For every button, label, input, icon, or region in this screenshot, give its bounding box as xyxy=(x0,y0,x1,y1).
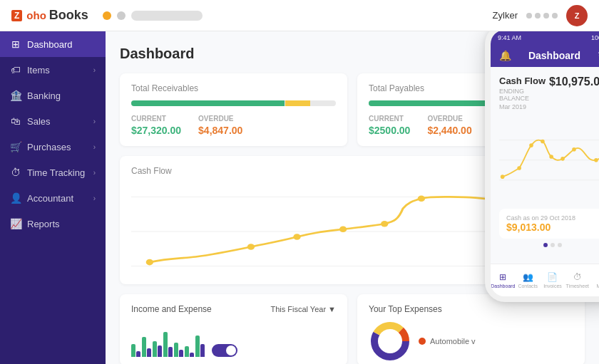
topbar-right: Zylker Z xyxy=(493,5,588,26)
income-expense-chart xyxy=(131,320,336,357)
phone-dot-2 xyxy=(558,243,562,247)
sales-icon: 🛍 xyxy=(10,115,21,127)
sidebar-label-time-tracking: Time Tracking xyxy=(27,167,88,178)
receivables-current-label: CURRENT xyxy=(131,115,181,123)
svg-point-21 xyxy=(549,155,553,159)
receivables-yellow-bar xyxy=(285,100,309,106)
phone-status-bar: 9:41 AM 100% xyxy=(491,31,599,46)
svg-point-18 xyxy=(517,166,521,170)
phone-nav: 🔔 Dashboard ↻ xyxy=(491,46,599,67)
phone-tab-more[interactable]: ··· More xyxy=(590,272,599,288)
logo-zoho: oho xyxy=(26,9,46,21)
accountant-icon: 👤 xyxy=(10,192,21,204)
bar-g xyxy=(163,332,168,357)
content-area: Dashboard Total Receivables CURRENT $27,… xyxy=(106,31,599,364)
payables-current-amount: $2500.00 xyxy=(369,125,410,136)
bar-group-4 xyxy=(163,332,173,357)
time-tracking-arrow: › xyxy=(93,169,96,177)
phone-card-info: Cash Flow ENDING BALANCE Mar 2019 xyxy=(499,76,549,112)
phone-bottom-info: Cash as on 29 Oct 2018 $9,013.00 xyxy=(499,209,599,239)
phone-body: 9:41 AM 100% 🔔 Dashboard ↻ Cash Flow END… xyxy=(491,31,599,296)
topbar-yellow-dot xyxy=(103,11,111,20)
bar-p xyxy=(190,353,194,357)
purchases-icon: 🛒 xyxy=(10,141,21,152)
svg-point-24 xyxy=(594,158,598,162)
phone-battery: 100% xyxy=(591,34,599,41)
phone-tab-invoices-label: Invoices xyxy=(543,284,562,288)
sidebar-label-items: Items xyxy=(27,65,88,76)
phone-tab-timesheet-icon: ⏱ xyxy=(573,272,582,282)
topbar-gray-dot xyxy=(117,11,126,20)
expenses-donut-chart xyxy=(369,320,411,363)
phone-chart-area xyxy=(499,118,599,203)
phone-tab-timesheet[interactable]: ⏱ Timesheet xyxy=(565,272,590,288)
sidebar-item-dashboard[interactable]: ⊞ Dashboard xyxy=(0,31,106,57)
phone-tab-contacts-icon: 👥 xyxy=(523,272,533,282)
top-expenses-title: Your Top Expenses xyxy=(369,304,442,314)
sidebar-item-purchases[interactable]: 🛒 Purchases › xyxy=(0,134,106,160)
receivables-progress xyxy=(131,100,336,106)
toggle-dot xyxy=(226,345,236,355)
svg-point-6 xyxy=(339,226,347,232)
sidebar-label-banking: Banking xyxy=(27,90,96,101)
logo-z-icon: Z xyxy=(11,10,22,21)
bar-g xyxy=(185,346,189,357)
topbar: Z oho Books Zylker Z xyxy=(0,0,599,31)
accountant-arrow: › xyxy=(93,194,96,202)
receivables-green-bar xyxy=(131,100,285,106)
sidebar-item-sales[interactable]: 🛍 Sales › xyxy=(0,108,106,134)
phone-bottom-label: Cash as on 29 Oct 2018 xyxy=(506,214,599,222)
bar-g xyxy=(195,336,200,357)
phone-dot-active xyxy=(543,243,548,247)
phone-card-header: Cash Flow ENDING BALANCE Mar 2019 $10,97… xyxy=(499,76,599,112)
user-name: Zylker xyxy=(493,10,518,21)
phone-tab-invoices[interactable]: 📄 Invoices xyxy=(541,272,565,288)
bottom-cards-row: Income and Expense This Fiscal Year ▼ xyxy=(120,294,585,364)
sidebar-item-time-tracking[interactable]: ⏱ Time Tracking › xyxy=(0,160,106,185)
svg-point-7 xyxy=(381,221,388,227)
banking-icon: 🏦 xyxy=(10,90,21,101)
phone-dots-indicator xyxy=(499,243,599,247)
main-layout: ⊞ Dashboard 🏷 Items › 🏦 Banking 🛍 Sales … xyxy=(0,31,599,364)
phone-tab-bar: ⊞ Dashboard 👥 Contacts 📄 Invoices ⏱ Time… xyxy=(491,264,599,296)
topbar-dots xyxy=(526,13,558,19)
income-expense-title: Income and Expense xyxy=(131,304,212,314)
avatar[interactable]: Z xyxy=(566,5,588,26)
phone-content: Cash Flow ENDING BALANCE Mar 2019 $10,97… xyxy=(491,67,599,264)
bar-p xyxy=(200,344,205,357)
sidebar-item-reports[interactable]: 📈 Reports xyxy=(0,211,106,236)
income-expense-header: Income and Expense This Fiscal Year ▼ xyxy=(131,304,336,314)
receivables-overdue: OVERDUE $4,847.00 xyxy=(198,115,242,136)
reports-icon: 📈 xyxy=(10,218,21,229)
phone-tab-more-label: More xyxy=(597,284,599,288)
phone-time: 9:41 AM xyxy=(498,34,521,41)
sidebar-item-items[interactable]: 🏷 Items › xyxy=(0,57,106,83)
receivables-overdue-label: OVERDUE xyxy=(198,115,242,123)
receivables-overdue-amount: $4,847.00 xyxy=(198,125,242,136)
toggle-container xyxy=(212,344,237,357)
bar-g xyxy=(131,344,135,357)
income-expense-toggle[interactable] xyxy=(212,344,237,357)
top-expenses-content: Automobile v xyxy=(369,320,573,363)
items-arrow: › xyxy=(93,66,96,74)
phone-tab-dashboard[interactable]: ⊞ Dashboard xyxy=(491,272,516,288)
dot3 xyxy=(543,13,549,19)
income-expense-card: Income and Expense This Fiscal Year ▼ xyxy=(120,294,347,364)
time-tracking-icon: ⏱ xyxy=(10,167,21,178)
phone-tab-invoices-icon: 📄 xyxy=(547,272,558,282)
sidebar-item-accountant[interactable]: 👤 Accountant › xyxy=(0,185,106,211)
automobile-dot xyxy=(419,338,426,345)
dot2 xyxy=(535,13,541,19)
payables-overdue: OVERDUE $2,440.00 xyxy=(427,115,471,136)
fiscal-filter[interactable]: This Fiscal Year ▼ xyxy=(270,305,336,313)
phone-tab-contacts-label: Contacts xyxy=(518,284,538,288)
sidebar-label-accountant: Accountant xyxy=(27,193,88,204)
top-expenses-card: Your Top Expenses Automobile v xyxy=(357,294,585,364)
sidebar: ⊞ Dashboard 🏷 Items › 🏦 Banking 🛍 Sales … xyxy=(0,31,106,364)
sidebar-label-sales: Sales xyxy=(27,116,88,127)
bar-group-6 xyxy=(185,346,194,357)
phone-tab-contacts[interactable]: 👥 Contacts xyxy=(516,272,541,288)
sidebar-item-banking[interactable]: 🏦 Banking xyxy=(0,83,106,108)
bar-g xyxy=(174,343,178,357)
svg-point-19 xyxy=(529,143,533,147)
